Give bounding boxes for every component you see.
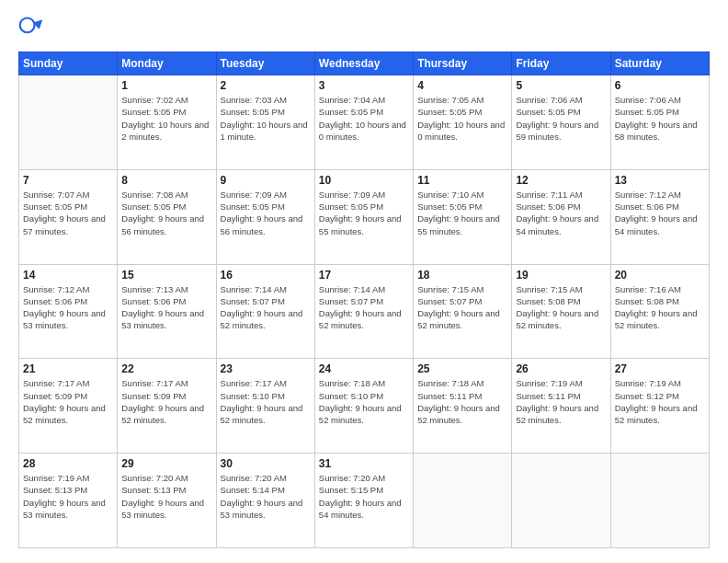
calendar-header-saturday: Saturday	[610, 52, 709, 75]
day-info: Sunrise: 7:14 AMSunset: 5:07 PMDaylight:…	[221, 283, 311, 332]
calendar-cell: 21Sunrise: 7:17 AMSunset: 5:09 PMDayligh…	[19, 359, 118, 454]
calendar-cell: 23Sunrise: 7:17 AMSunset: 5:10 PMDayligh…	[216, 359, 314, 454]
calendar-header-friday: Friday	[512, 52, 610, 75]
day-info: Sunrise: 7:15 AMSunset: 5:08 PMDaylight:…	[516, 283, 606, 332]
day-number: 15	[121, 269, 211, 282]
day-info: Sunrise: 7:02 AMSunset: 5:05 PMDaylight:…	[121, 94, 211, 143]
calendar-cell	[610, 454, 709, 548]
calendar-cell: 5Sunrise: 7:06 AMSunset: 5:05 PMDaylight…	[512, 75, 610, 170]
calendar-header-tuesday: Tuesday	[216, 52, 314, 75]
calendar-cell: 7Sunrise: 7:07 AMSunset: 5:05 PMDaylight…	[19, 169, 118, 264]
calendar-cell: 19Sunrise: 7:15 AMSunset: 5:08 PMDayligh…	[512, 264, 610, 359]
calendar-cell: 20Sunrise: 7:16 AMSunset: 5:08 PMDayligh…	[610, 264, 709, 359]
calendar-cell: 17Sunrise: 7:14 AMSunset: 5:07 PMDayligh…	[314, 264, 413, 359]
day-number: 28	[23, 457, 113, 470]
calendar-cell	[414, 454, 512, 548]
day-number: 29	[121, 457, 211, 470]
calendar-week-4: 21Sunrise: 7:17 AMSunset: 5:09 PMDayligh…	[19, 359, 710, 454]
calendar-cell: 15Sunrise: 7:13 AMSunset: 5:06 PMDayligh…	[118, 264, 216, 359]
calendar-week-1: 1Sunrise: 7:02 AMSunset: 5:05 PMDaylight…	[19, 75, 710, 170]
day-number: 3	[319, 79, 409, 92]
calendar-cell: 14Sunrise: 7:12 AMSunset: 5:06 PMDayligh…	[19, 264, 118, 359]
day-number: 30	[221, 457, 311, 470]
day-info: Sunrise: 7:20 AMSunset: 5:14 PMDaylight:…	[221, 472, 311, 521]
calendar: SundayMondayTuesdayWednesdayThursdayFrid…	[18, 52, 710, 548]
calendar-cell: 16Sunrise: 7:14 AMSunset: 5:07 PMDayligh…	[216, 264, 314, 359]
calendar-header-sunday: Sunday	[19, 52, 118, 75]
day-info: Sunrise: 7:20 AMSunset: 5:13 PMDaylight:…	[121, 472, 211, 521]
day-info: Sunrise: 7:12 AMSunset: 5:06 PMDaylight:…	[615, 189, 705, 237]
calendar-cell: 4Sunrise: 7:05 AMSunset: 5:05 PMDaylight…	[414, 75, 512, 170]
day-number: 10	[319, 174, 409, 187]
calendar-cell: 29Sunrise: 7:20 AMSunset: 5:13 PMDayligh…	[118, 454, 216, 548]
day-info: Sunrise: 7:10 AMSunset: 5:05 PMDaylight:…	[417, 189, 507, 237]
calendar-week-2: 7Sunrise: 7:07 AMSunset: 5:05 PMDaylight…	[19, 169, 710, 264]
calendar-cell: 3Sunrise: 7:04 AMSunset: 5:05 PMDaylight…	[314, 75, 413, 170]
day-info: Sunrise: 7:17 AMSunset: 5:09 PMDaylight:…	[23, 377, 113, 426]
calendar-cell: 18Sunrise: 7:15 AMSunset: 5:07 PMDayligh…	[414, 264, 512, 359]
day-number: 7	[23, 174, 113, 187]
day-number: 4	[417, 79, 507, 92]
day-number: 14	[23, 269, 113, 282]
logo-icon	[18, 15, 44, 40]
day-info: Sunrise: 7:17 AMSunset: 5:10 PMDaylight:…	[221, 377, 311, 426]
day-number: 16	[221, 269, 311, 282]
calendar-cell: 9Sunrise: 7:09 AMSunset: 5:05 PMDaylight…	[216, 169, 314, 264]
calendar-header-row: SundayMondayTuesdayWednesdayThursdayFrid…	[19, 52, 710, 75]
calendar-cell: 28Sunrise: 7:19 AMSunset: 5:13 PMDayligh…	[19, 454, 118, 548]
day-info: Sunrise: 7:07 AMSunset: 5:05 PMDaylight:…	[23, 189, 113, 237]
calendar-cell: 24Sunrise: 7:18 AMSunset: 5:10 PMDayligh…	[314, 359, 413, 454]
day-info: Sunrise: 7:09 AMSunset: 5:05 PMDaylight:…	[221, 189, 311, 237]
calendar-cell: 11Sunrise: 7:10 AMSunset: 5:05 PMDayligh…	[414, 169, 512, 264]
day-info: Sunrise: 7:09 AMSunset: 5:05 PMDaylight:…	[319, 189, 409, 237]
day-number: 19	[516, 269, 606, 282]
day-info: Sunrise: 7:04 AMSunset: 5:05 PMDaylight:…	[319, 94, 409, 143]
calendar-cell	[512, 454, 610, 548]
calendar-cell: 10Sunrise: 7:09 AMSunset: 5:05 PMDayligh…	[314, 169, 413, 264]
calendar-header-thursday: Thursday	[414, 52, 512, 75]
calendar-cell: 2Sunrise: 7:03 AMSunset: 5:05 PMDaylight…	[216, 75, 314, 170]
calendar-cell	[19, 75, 118, 170]
day-number: 5	[516, 79, 606, 92]
day-number: 23	[221, 362, 311, 375]
day-number: 8	[121, 174, 211, 187]
day-number: 20	[615, 269, 705, 282]
day-info: Sunrise: 7:12 AMSunset: 5:06 PMDaylight:…	[23, 283, 113, 332]
calendar-cell: 13Sunrise: 7:12 AMSunset: 5:06 PMDayligh…	[610, 169, 709, 264]
calendar-cell: 12Sunrise: 7:11 AMSunset: 5:06 PMDayligh…	[512, 169, 610, 264]
calendar-cell: 26Sunrise: 7:19 AMSunset: 5:11 PMDayligh…	[512, 359, 610, 454]
calendar-week-3: 14Sunrise: 7:12 AMSunset: 5:06 PMDayligh…	[19, 264, 710, 359]
page: SundayMondayTuesdayWednesdayThursdayFrid…	[0, 0, 728, 563]
calendar-header-monday: Monday	[118, 52, 216, 75]
day-info: Sunrise: 7:20 AMSunset: 5:15 PMDaylight:…	[319, 472, 409, 521]
calendar-cell: 22Sunrise: 7:17 AMSunset: 5:09 PMDayligh…	[118, 359, 216, 454]
day-number: 17	[319, 269, 409, 282]
calendar-cell: 6Sunrise: 7:06 AMSunset: 5:05 PMDaylight…	[610, 75, 709, 170]
day-number: 25	[417, 362, 507, 375]
day-number: 31	[319, 457, 409, 470]
logo	[18, 15, 48, 40]
day-number: 13	[615, 174, 705, 187]
day-number: 1	[121, 79, 211, 92]
day-number: 11	[417, 174, 507, 187]
calendar-cell: 30Sunrise: 7:20 AMSunset: 5:14 PMDayligh…	[216, 454, 314, 548]
day-number: 21	[23, 362, 113, 375]
day-number: 18	[417, 269, 507, 282]
day-info: Sunrise: 7:16 AMSunset: 5:08 PMDaylight:…	[615, 283, 705, 332]
calendar-cell: 31Sunrise: 7:20 AMSunset: 5:15 PMDayligh…	[314, 454, 413, 548]
calendar-week-5: 28Sunrise: 7:19 AMSunset: 5:13 PMDayligh…	[19, 454, 710, 548]
calendar-cell: 8Sunrise: 7:08 AMSunset: 5:05 PMDaylight…	[118, 169, 216, 264]
calendar-cell: 25Sunrise: 7:18 AMSunset: 5:11 PMDayligh…	[414, 359, 512, 454]
day-info: Sunrise: 7:06 AMSunset: 5:05 PMDaylight:…	[615, 94, 705, 143]
day-number: 27	[615, 362, 705, 375]
day-number: 6	[615, 79, 705, 92]
day-number: 9	[221, 174, 311, 187]
day-number: 26	[516, 362, 606, 375]
day-info: Sunrise: 7:05 AMSunset: 5:05 PMDaylight:…	[417, 94, 507, 143]
calendar-cell: 27Sunrise: 7:19 AMSunset: 5:12 PMDayligh…	[610, 359, 709, 454]
day-info: Sunrise: 7:13 AMSunset: 5:06 PMDaylight:…	[121, 283, 211, 332]
day-info: Sunrise: 7:19 AMSunset: 5:12 PMDaylight:…	[615, 377, 705, 426]
day-info: Sunrise: 7:19 AMSunset: 5:11 PMDaylight:…	[516, 377, 606, 426]
day-info: Sunrise: 7:18 AMSunset: 5:11 PMDaylight:…	[417, 377, 507, 426]
day-number: 24	[319, 362, 409, 375]
